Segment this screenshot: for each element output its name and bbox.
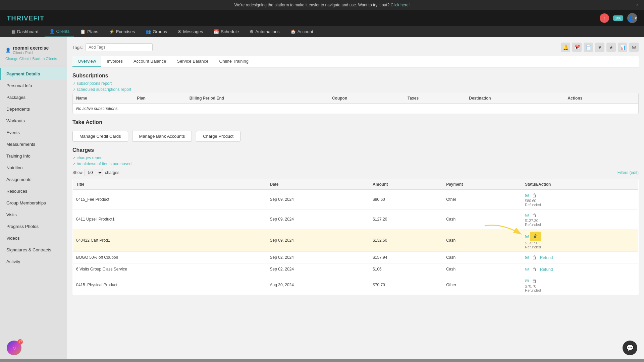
tab-invoices[interactable]: Invoices — [101, 56, 128, 67]
menu-groups[interactable]: 👥 Groups — [141, 26, 172, 37]
back-to-clients-link[interactable]: Back to Clients — [33, 57, 57, 61]
menu-dashboard[interactable]: ▦ Dashboard — [7, 26, 43, 37]
charges-col-amount: Amount — [369, 179, 443, 190]
alert-icon[interactable]: ! — [600, 13, 609, 23]
charge-amount: $132.50 — [369, 229, 443, 252]
charge-status: ✉ 🗑 Refund — [522, 263, 638, 275]
user-avatar[interactable]: 👤 ▾ — [627, 13, 637, 23]
charge-status: ✉ 🗑 Refund — [522, 252, 638, 263]
tags-input[interactable] — [86, 43, 153, 51]
sidebar-item-measurements[interactable]: Measurements — [0, 138, 67, 150]
charge-date: Sep 09, 2024 — [267, 229, 370, 252]
mail-icon[interactable]: ✉ — [629, 43, 639, 52]
sidebar-item-nutrition[interactable]: Nutrition — [0, 162, 67, 174]
change-client-link[interactable]: Change Client — [5, 57, 29, 61]
email-icon[interactable]: ✉ — [525, 213, 529, 218]
heart-icon[interactable]: ♥ — [595, 43, 604, 52]
charge-title: 0415_Fee Product — [73, 190, 267, 209]
subscriptions-report-link[interactable]: subscriptions report — [77, 81, 112, 86]
charges-report-link[interactable]: charges report — [77, 156, 103, 160]
chart-icon[interactable]: 📊 — [618, 43, 627, 52]
show-select[interactable]: 50 25 100 — [85, 169, 103, 176]
sidebar-item-packages[interactable]: Packages — [0, 92, 67, 103]
bell-icon[interactable]: 🔔 — [561, 43, 570, 52]
delete-button[interactable]: 🗑 — [530, 254, 539, 261]
sidebar-item-signatures[interactable]: Signatures & Contracts — [0, 244, 67, 256]
app-launcher[interactable]: 17 ⬡ — [7, 341, 21, 355]
action-buttons: Manage Credit Cards Manage Bank Accounts… — [72, 131, 639, 142]
sidebar-item-visits[interactable]: Visits — [0, 209, 67, 221]
charge-payment: Cash — [443, 209, 522, 229]
charge-amount: $80.60 — [369, 190, 443, 209]
charge-payment: Cash — [443, 229, 522, 252]
sidebar-item-payment-details[interactable]: Payment Details — [0, 68, 67, 80]
refund-link[interactable]: Refund — [540, 255, 553, 260]
sidebar-item-videos[interactable]: Videos — [0, 232, 67, 244]
table-row: 0411 Upsell Product1 Sep 09, 2024 $127.2… — [73, 209, 639, 229]
delete-button[interactable]: 🗑 — [530, 278, 539, 284]
menu-clients[interactable]: 👤 Clients — [45, 26, 74, 37]
email-icon[interactable]: ✉ — [525, 255, 529, 260]
email-icon[interactable]: ✉ — [525, 266, 529, 272]
email-icon[interactable]: ✉ — [525, 278, 529, 284]
charge-payment: Cash — [443, 252, 522, 263]
notification-badge[interactable]: 106 — [613, 15, 623, 21]
menu-automations[interactable]: ⚙ Automations — [245, 26, 284, 37]
menu-account[interactable]: 🏠 Account — [286, 26, 318, 37]
sidebar-item-workouts[interactable]: Workouts — [0, 115, 67, 127]
manage-credit-cards-button[interactable]: Manage Credit Cards — [72, 131, 128, 142]
menu-plans[interactable]: 📋 Plans — [75, 26, 103, 37]
charge-date: Sep 02, 2024 — [267, 263, 370, 275]
manage-bank-accounts-button[interactable]: Manage Bank Accounts — [132, 131, 192, 142]
tab-account-balance[interactable]: Account Balance — [128, 56, 172, 67]
charges-section: Charges ↗ charges report ↗ breakdown of … — [72, 147, 639, 295]
sidebar-item-personal-info[interactable]: Personal Info — [0, 80, 67, 92]
email-icon[interactable]: ✉ — [525, 234, 529, 239]
charge-payment: Other — [443, 275, 522, 295]
calendar-icon[interactable]: 📅 — [572, 43, 582, 52]
menu-exercises[interactable]: ⚡ Exercises — [104, 26, 140, 37]
refund-link[interactable]: Refund — [540, 267, 553, 272]
tab-online-training[interactable]: Online Training — [214, 56, 254, 67]
charges-col-payment: Payment — [443, 179, 522, 190]
menu-messages[interactable]: ✉ Messages — [173, 26, 208, 37]
tab-overview[interactable]: Overview — [72, 56, 101, 67]
sidebar-item-dependents[interactable]: Dependents — [0, 103, 67, 115]
subscriptions-section: Subscriptions ↗ subscriptions report ↗ s… — [72, 73, 639, 114]
charge-product-button[interactable]: Charge Product — [196, 131, 240, 142]
col-name: Name — [73, 93, 134, 104]
take-action-section: Take Action Manage Credit Cards Manage B… — [72, 119, 639, 142]
tags-label: Tags: — [72, 45, 83, 50]
filters-button[interactable]: Filters (edit) — [618, 170, 639, 175]
chat-bubble[interactable]: 💬 — [623, 341, 637, 355]
sidebar-item-assignments[interactable]: Assignments — [0, 174, 67, 185]
sidebar-item-training-info[interactable]: Training Info — [0, 150, 67, 162]
show-row: Show 50 25 100 charges Filters (edit) — [72, 169, 639, 176]
star-icon[interactable]: ★ — [606, 43, 616, 52]
navbar-right: ! 106 👤 ▾ — [600, 13, 637, 23]
tab-service-balance[interactable]: Service Balance — [171, 56, 214, 67]
subscriptions-title: Subscriptions — [72, 73, 639, 79]
sidebar-item-resources[interactable]: Resources — [0, 185, 67, 197]
charge-date: Sep 09, 2024 — [267, 209, 370, 229]
scheduled-subscriptions-link[interactable]: scheduled subscriptions report — [77, 87, 131, 92]
delete-button[interactable]: 🗑 — [530, 266, 539, 273]
banner-close[interactable]: × — [636, 3, 639, 7]
charges-col-title: Title — [73, 179, 267, 190]
charge-title: 040422 Cart Prod1 — [73, 229, 267, 252]
sidebar-item-group-memberships[interactable]: Group Memberships — [0, 197, 67, 209]
file-icon[interactable]: 📄 — [584, 43, 593, 52]
sidebar-item-events[interactable]: Events — [0, 127, 67, 138]
sidebar-item-progress-photos[interactable]: Progress Photos — [0, 221, 67, 232]
menu-schedule[interactable]: 📅 Schedule — [209, 26, 244, 37]
email-icon[interactable]: ✉ — [525, 193, 529, 198]
take-action-title: Take Action — [72, 119, 639, 125]
delete-button[interactable]: 🗑 — [530, 212, 539, 219]
delete-button-highlighted[interactable]: 🗑 — [530, 232, 541, 241]
delete-button[interactable]: 🗑 — [530, 192, 539, 199]
charges-label: charges — [105, 170, 119, 175]
breakdown-items-link[interactable]: breakdown of items purchased — [77, 162, 131, 166]
banner-link[interactable]: Click here! — [391, 3, 410, 7]
sidebar-item-activity[interactable]: Activity — [0, 256, 67, 267]
charge-date: Sep 09, 2024 — [267, 190, 370, 209]
